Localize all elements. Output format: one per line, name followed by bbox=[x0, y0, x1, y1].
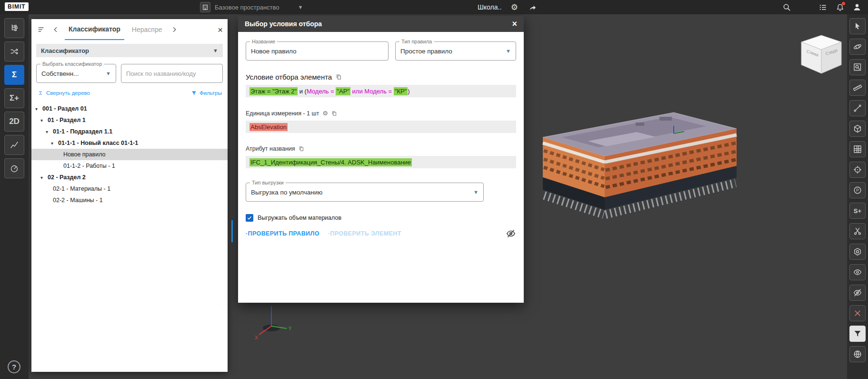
menu-list-icon[interactable] bbox=[818, 2, 828, 12]
export-type-select[interactable]: Тип выгрузки Выгрузка по умолчанию ▼ bbox=[246, 183, 484, 202]
caret-down-icon[interactable]: ▾ bbox=[40, 175, 48, 180]
caret-down-icon[interactable]: ▾ bbox=[40, 118, 48, 123]
orbit-tool[interactable] bbox=[849, 39, 866, 55]
rule-type-value: Простое правило bbox=[400, 48, 452, 55]
tree-item[interactable]: ▾001 - Раздел 01 bbox=[31, 103, 228, 114]
rule-type-label: Тип правила bbox=[399, 39, 434, 44]
copy-icon[interactable] bbox=[336, 74, 342, 80]
panel-close-icon[interactable]: × bbox=[218, 25, 223, 34]
panel-scrollbar[interactable] bbox=[231, 220, 233, 242]
filter-elements-tool[interactable] bbox=[849, 326, 866, 342]
measure-distance-tool[interactable] bbox=[849, 100, 866, 116]
caret-down-icon[interactable]: ▾ bbox=[35, 106, 42, 112]
tree-item[interactable]: ▾01-1-1 - Новый класс 01-1-1 bbox=[31, 137, 228, 149]
filters-link[interactable]: Фильтры bbox=[191, 90, 222, 96]
dialog-title-bar: Выбор условия отбора × bbox=[238, 16, 524, 32]
show-elements-tool[interactable] bbox=[849, 264, 866, 280]
caret-down-icon[interactable]: ▾ bbox=[46, 129, 53, 134]
building-model[interactable] bbox=[517, 90, 740, 247]
panel-header: Классификатор Нераспре × bbox=[31, 19, 228, 40]
tree-item[interactable]: ▾01-1 - Подраздел 1.1 bbox=[31, 126, 228, 137]
tab-classifier[interactable]: Классификатор bbox=[65, 19, 124, 40]
ruler-tool[interactable] bbox=[849, 80, 866, 96]
tree-item-label: 001 - Раздел 01 bbox=[42, 105, 87, 112]
unit-token: AbsElevation bbox=[249, 123, 288, 131]
tab-unallocated[interactable]: Нераспре bbox=[128, 19, 165, 40]
condition-token: Модель = bbox=[307, 88, 336, 95]
view-cube[interactable]: Слева Сзади bbox=[798, 32, 845, 76]
dialog-title: Выбор условия отбора bbox=[245, 20, 322, 28]
caret-down-icon[interactable]: ▾ bbox=[51, 141, 58, 146]
section-plane-tool[interactable] bbox=[849, 223, 866, 239]
account-avatar-icon[interactable] bbox=[852, 2, 862, 12]
panel-menu-icon[interactable] bbox=[36, 24, 47, 35]
collapse-tree-link[interactable]: Свернуть дерево bbox=[37, 90, 90, 96]
chevron-down-icon: ▼ bbox=[213, 48, 218, 53]
project-settings-gear-icon[interactable]: ⚙ bbox=[509, 2, 519, 12]
tree-item-label: 02-1 - Материалы - 1 bbox=[53, 185, 110, 192]
notifications-bell-icon[interactable] bbox=[835, 2, 845, 12]
tree-item[interactable]: Новое правило bbox=[31, 149, 228, 160]
check-rule-button[interactable]: ·ПРОВЕРИТЬ ПРАВИЛО bbox=[246, 230, 319, 237]
project-name[interactable]: Школа.. bbox=[478, 3, 501, 11]
unit-settings-gear-icon[interactable]: ⚙ bbox=[322, 110, 328, 117]
grid-tool[interactable] bbox=[849, 141, 866, 157]
classifier-search-input[interactable] bbox=[126, 70, 218, 77]
estimate-add-tool[interactable]: Σ+ bbox=[4, 88, 24, 108]
model-settings-tool[interactable] bbox=[849, 244, 866, 260]
svg-text:P: P bbox=[856, 188, 859, 193]
workspace-label: Базовое пространство bbox=[215, 4, 279, 11]
classifier-select[interactable]: Выбрать классификатор Собственн... ▼ bbox=[36, 64, 116, 83]
materials-checkbox-label: Выгружать объем материалов bbox=[258, 215, 341, 221]
tree-item[interactable]: 02-2 - Машины - 1 bbox=[31, 195, 228, 206]
sum-selection-tool[interactable]: S+ bbox=[849, 203, 866, 219]
drawings-2d-tool[interactable]: 2D bbox=[4, 112, 24, 132]
chevron-down-icon: ▼ bbox=[470, 189, 479, 195]
check-element-button[interactable]: ·ПРОВЕРИТЬ ЭЛЕМЕНТ bbox=[328, 230, 401, 237]
tree-item-label: 02 - Раздел 2 bbox=[48, 174, 86, 181]
tabs-scroll-left-icon[interactable] bbox=[50, 24, 61, 35]
rule-name-label: Название bbox=[250, 39, 277, 44]
top-bar: BIMIT Базовое пространство ▼ Школа.. ⚙ bbox=[0, 0, 868, 14]
unit-expression[interactable]: AbsElevation bbox=[246, 121, 516, 133]
charts-tool[interactable] bbox=[4, 135, 24, 155]
plan-view-tool[interactable]: P bbox=[849, 182, 866, 198]
condition-token: или bbox=[350, 88, 364, 95]
dialog-close-icon[interactable]: × bbox=[512, 20, 517, 28]
tabs-scroll-right-icon[interactable] bbox=[169, 24, 180, 35]
rule-name-field[interactable]: Название Новое правило bbox=[246, 41, 389, 61]
attr-expression[interactable]: IFC_1_Идентификация_Стены/4. ADSK_Наимен… bbox=[246, 156, 516, 168]
materials-checkbox[interactable] bbox=[246, 214, 253, 222]
world-orientation-tool[interactable] bbox=[849, 346, 866, 362]
classifier-accordion[interactable]: Классификатор ▼ bbox=[36, 44, 223, 57]
tree-item[interactable]: 02-1 - Материалы - 1 bbox=[31, 183, 228, 195]
tree-item[interactable]: 01-1-2 - Работы - 1 bbox=[31, 160, 228, 172]
estimate-tool[interactable]: Σ bbox=[4, 65, 24, 85]
copy-icon[interactable] bbox=[299, 146, 304, 152]
structure-tool[interactable] bbox=[4, 18, 24, 38]
accordion-label: Классификатор bbox=[41, 47, 89, 54]
share-icon[interactable] bbox=[527, 2, 538, 12]
focus-tool[interactable] bbox=[849, 162, 866, 178]
hide-elements-tool[interactable] bbox=[849, 285, 866, 301]
rule-type-select[interactable]: Тип правила Простое правило ▼ bbox=[395, 41, 516, 61]
export-type-label: Тип выгрузки bbox=[250, 180, 286, 185]
relations-tool[interactable] bbox=[4, 41, 24, 61]
dashboard-tool[interactable] bbox=[4, 158, 24, 178]
select-tool[interactable] bbox=[849, 18, 866, 34]
help-button[interactable]: ? bbox=[8, 360, 20, 373]
zoom-window-tool[interactable] bbox=[849, 59, 866, 75]
search-icon[interactable] bbox=[781, 2, 792, 12]
section-box-tool[interactable] bbox=[849, 121, 866, 137]
tree-item[interactable]: ▾01 - Раздел 1 bbox=[31, 114, 228, 126]
workspace-switcher[interactable]: Базовое пространство ▼ bbox=[200, 0, 303, 14]
clear-selection-tool[interactable] bbox=[849, 305, 866, 321]
preview-eye-off-icon[interactable] bbox=[506, 228, 516, 239]
project-group: Школа.. ⚙ bbox=[478, 0, 538, 14]
attr-token: IFC_1_Идентификация_Стены/4. ADSK_Наимен… bbox=[249, 158, 412, 166]
copy-icon[interactable] bbox=[331, 111, 337, 116]
dialog-body: Название Новое правило Тип правила Прост… bbox=[238, 32, 524, 303]
condition-expression[interactable]: Этаж = "Этаж 2" и (Модель = "АР" или Мод… bbox=[246, 85, 516, 97]
classifier-search-field[interactable] bbox=[121, 64, 223, 83]
tree-item[interactable]: ▾02 - Раздел 2 bbox=[31, 172, 228, 183]
